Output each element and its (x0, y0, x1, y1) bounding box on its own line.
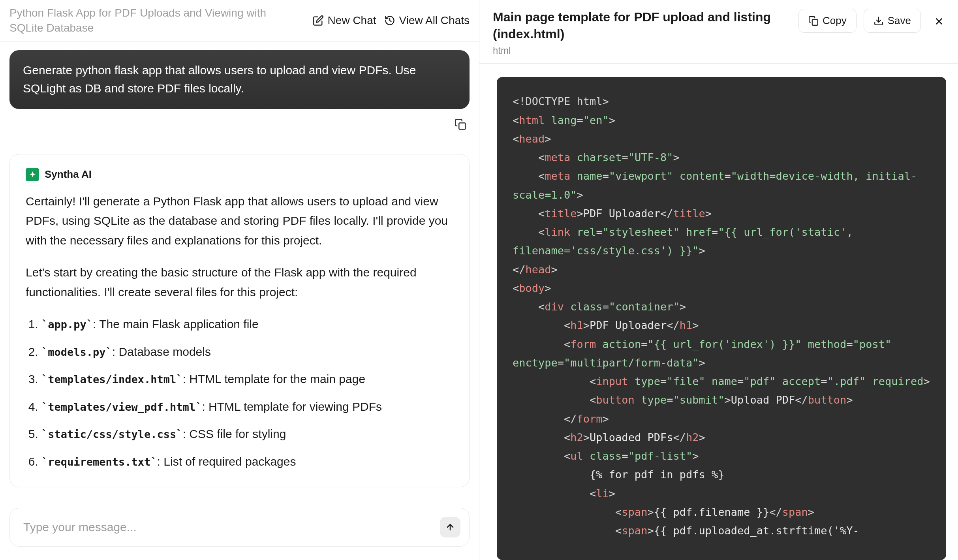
chat-title: Python Flask App for PDF Uploads and Vie… (9, 6, 305, 36)
assistant-para-1: Certainly! I'll generate a Python Flask … (26, 192, 453, 250)
file-list-item: `templates/index.html`: HTML template fo… (41, 369, 453, 389)
file-desc: : CSS file for styling (183, 427, 286, 440)
assistant-message: ✦ Syntha AI Certainly! I'll generate a P… (9, 154, 470, 488)
file-code: `requirements.txt` (41, 456, 157, 468)
new-chat-label: New Chat (328, 14, 376, 27)
assistant-para-2: Let's start by creating the basic struct… (26, 263, 453, 302)
file-code: `models.py` (41, 346, 112, 358)
code-block[interactable]: <!DOCTYPE html> <html lang="en"> <head> … (497, 77, 946, 560)
file-desc: : HTML template for viewing PDFs (202, 400, 382, 413)
close-icon (934, 16, 944, 26)
chat-header: Python Flask App for PDF Uploads and Vie… (0, 0, 479, 41)
arrow-up-icon (445, 522, 455, 532)
message-input[interactable] (23, 521, 434, 534)
artifact-header: Main page template for PDF upload and li… (479, 0, 958, 64)
new-chat-button[interactable]: New Chat (313, 14, 376, 27)
artifact-panel: Main page template for PDF upload and li… (479, 0, 958, 560)
file-code: `templates/view_pdf.html` (41, 401, 202, 413)
pencil-square-icon (313, 15, 324, 26)
view-all-chats-label: View All Chats (399, 14, 470, 27)
file-desc: : HTML template for the main page (183, 372, 365, 385)
artifact-title: Main page template for PDF upload and li… (493, 9, 791, 43)
save-button[interactable]: Save (864, 9, 921, 33)
svg-rect-2 (812, 19, 818, 25)
file-list-item: `requirements.txt`: List of required pac… (41, 452, 453, 472)
composer-wrap (0, 498, 479, 560)
close-button[interactable] (931, 13, 947, 29)
composer (9, 508, 470, 547)
assistant-header: ✦ Syntha AI (26, 168, 453, 181)
file-list-item: `static/css/style.css`: CSS file for sty… (41, 424, 453, 444)
view-all-chats-button[interactable]: View All Chats (384, 14, 470, 27)
file-code: `templates/index.html` (41, 373, 183, 385)
assistant-body: Certainly! I'll generate a Python Flask … (26, 192, 453, 472)
assistant-name: Syntha AI (45, 168, 92, 180)
user-message: Generate python flask app that allows us… (9, 50, 470, 109)
copy-button[interactable]: Copy (798, 9, 857, 33)
save-button-label: Save (888, 15, 911, 27)
copy-icon (455, 118, 466, 130)
file-desc: : List of required packages (157, 455, 296, 468)
code-wrap: <!DOCTYPE html> <html lang="en"> <head> … (479, 64, 958, 560)
code-content: <!DOCTYPE html> <html lang="en"> <head> … (513, 92, 930, 540)
file-list-item: `templates/view_pdf.html`: HTML template… (41, 397, 453, 417)
file-desc: : Database models (112, 345, 211, 358)
copy-icon (808, 16, 819, 26)
chat-scroll[interactable]: Generate python flask app that allows us… (0, 41, 479, 498)
assistant-avatar-icon: ✦ (26, 168, 39, 181)
file-list-item: `models.py`: Database models (41, 342, 453, 362)
file-code: `app.py` (41, 318, 93, 331)
copy-button-label: Copy (823, 15, 847, 27)
file-code: `static/css/style.css` (41, 428, 183, 440)
history-icon (384, 15, 395, 26)
svg-rect-0 (459, 123, 465, 129)
send-button[interactable] (440, 517, 460, 537)
file-list: `app.py`: The main Flask application fil… (26, 314, 453, 471)
artifact-language-label: html (493, 45, 791, 56)
file-desc: : The main Flask application file (93, 318, 259, 331)
chat-panel: Python Flask App for PDF Uploads and Vie… (0, 0, 479, 560)
download-icon (873, 16, 884, 26)
artifact-title-wrap: Main page template for PDF upload and li… (493, 9, 791, 56)
copy-user-message[interactable] (9, 118, 470, 130)
file-list-item: `app.py`: The main Flask application fil… (41, 314, 453, 334)
